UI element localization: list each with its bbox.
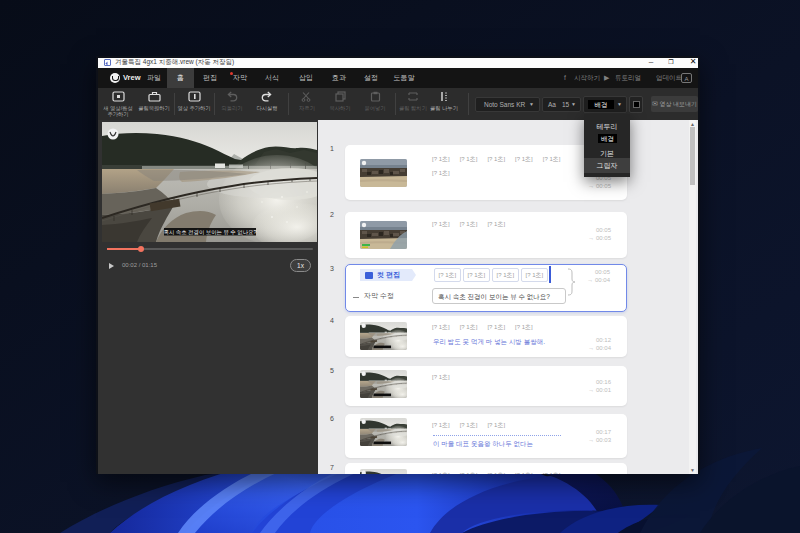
svg-text:혹시 속초 전경이 보이는 뷰 수 없나요?: 혹시 속초 전경이 보이는 뷰 수 없나요? bbox=[164, 229, 257, 236]
